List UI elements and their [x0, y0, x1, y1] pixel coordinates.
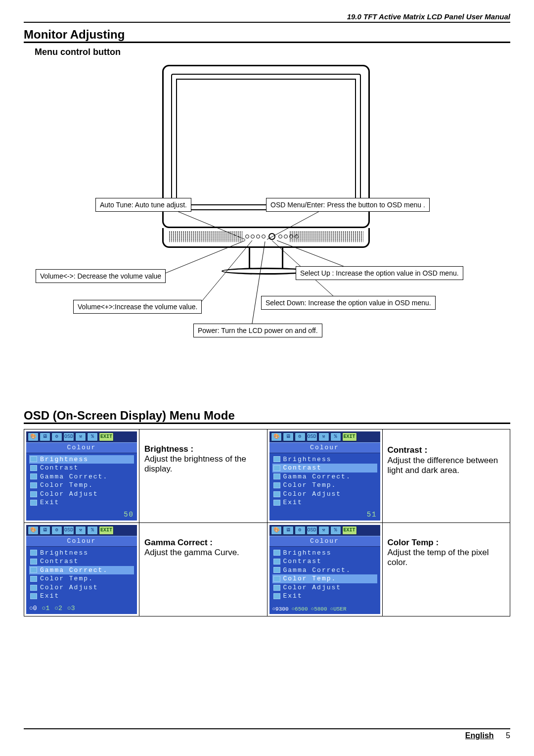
osd-desc-gamma: Adjust the gamma Curve.	[144, 548, 239, 557]
footer-language: English	[465, 731, 494, 740]
table-row: 🎨🖥⚙OSD⚒%EXIT Colour Brightness Contrast …	[24, 429, 510, 523]
osd-label-colortemp: Color Temp :	[388, 538, 439, 547]
callout-select-down: Select Down: Increase the option value i…	[261, 296, 436, 310]
osd-panel-colortemp: 🎨🖥⚙OSD⚒%EXIT Colour Brightness Contrast …	[269, 525, 380, 614]
osd-panel-gamma: 🎨🖥⚙OSD⚒%EXIT Colour Brightness Contrast …	[26, 525, 137, 614]
monitor-illustration	[162, 65, 370, 273]
page-footer: English 5	[24, 728, 510, 740]
osd-desc-brightness: Adjust the brightness of the display.	[144, 454, 246, 473]
osd-label-brightness: Brightness :	[144, 444, 193, 454]
document-header: 19.0 TFT Active Matrix LCD Panel User Ma…	[24, 12, 510, 23]
table-row: 🎨🖥⚙OSD⚒%EXIT Colour Brightness Contrast …	[24, 523, 510, 616]
osd-panel-brightness: 🎨🖥⚙OSD⚒%EXIT Colour Brightness Contrast …	[26, 431, 137, 520]
osd-panel-contrast: 🎨🖥⚙OSD⚒%EXIT Colour Brightness Contrast …	[269, 431, 380, 520]
subsection-menu-control: Menu control button	[35, 47, 510, 57]
callout-volume-down: Volume<->: Decrease the volume value	[36, 269, 166, 283]
section-title-monitor-adjusting: Monitor Adjusting	[24, 28, 510, 43]
osd-label-contrast: Contrast：	[388, 445, 431, 455]
footer-page-number: 5	[506, 731, 510, 740]
osd-desc-contrast: Adjust the difference between light and …	[388, 456, 498, 475]
osd-label-gamma: Gamma Correct :	[144, 538, 213, 547]
osd-table: 🎨🖥⚙OSD⚒%EXIT Colour Brightness Contrast …	[24, 429, 510, 616]
callout-auto-tune: Auto Tune: Auto tune adjust.	[95, 198, 191, 212]
section-title-osd: OSD (On-Screen Display) Menu Mode	[24, 409, 510, 424]
callout-power: Power: Turn the LCD power on and off.	[193, 324, 322, 337]
callout-volume-up: Volume<+>:Increase the volume value.	[73, 300, 202, 314]
monitor-diagram: Auto Tune: Auto tune adjust. OSD Menu/En…	[24, 62, 510, 384]
osd-desc-colortemp: Adjust the temp of the pixel color.	[388, 548, 489, 567]
callout-select-up: Select Up : Increase the option value in…	[296, 266, 463, 280]
callout-osd-menu: OSD Menu/Enter: Press the button to OSD …	[266, 198, 430, 212]
